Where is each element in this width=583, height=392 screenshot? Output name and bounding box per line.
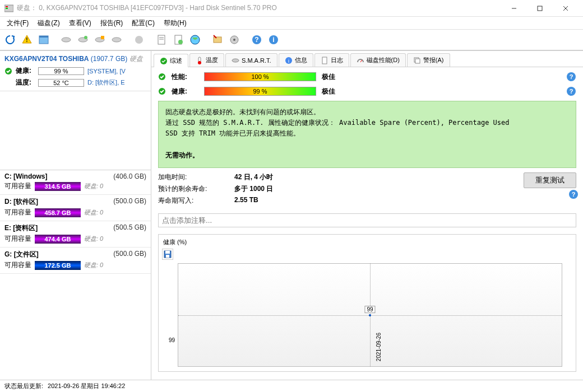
menu-config[interactable]: 配置(C) — [127, 17, 159, 29]
info-button[interactable]: i — [266, 32, 281, 48]
disk-test-1-button[interactable] — [58, 32, 74, 48]
capacity-bar: 474.4 GB — [35, 235, 81, 244]
write-value: 2.55 TB — [234, 196, 524, 206]
disk-test-2-button[interactable] — [75, 32, 91, 48]
disk-capacity: (1907.7 GB) — [91, 55, 127, 63]
disk-count: 硬盘: 0 — [84, 182, 103, 190]
summary-panel: 性能: 100 % 极佳 ? 健康: 99 % 极佳 ? 固态硬盘状态是极好的。… — [151, 67, 583, 380]
save-chart-button[interactable] — [162, 249, 173, 260]
menu-view[interactable]: 查看(V) — [64, 17, 96, 29]
record-button[interactable] — [131, 32, 147, 48]
copy-icon — [413, 57, 421, 64]
svg-rect-2 — [6, 8, 8, 9]
report-2-button[interactable] — [170, 32, 186, 48]
svg-text:?: ? — [255, 36, 258, 44]
app-icon — [4, 4, 13, 13]
check-icon — [4, 67, 12, 75]
disk-header[interactable]: KXG6APNV2T04 TOSHIBA (1907.7 GB) 硬盘 健康: … — [0, 51, 151, 91]
help-icon[interactable]: ? — [566, 72, 576, 82]
help-icon[interactable]: ? — [566, 86, 576, 96]
maximize-button[interactable] — [527, 0, 553, 17]
free-label: 可用容量 — [4, 234, 31, 244]
check-icon — [158, 87, 166, 95]
report-1-button[interactable] — [154, 32, 169, 48]
disk-test-3-button[interactable] — [92, 32, 108, 48]
partition-item[interactable]: C: [Windows](406.0 GB) 可用容量314.5 GB硬盘: 0 — [0, 170, 151, 195]
window-controls — [501, 0, 579, 17]
config-1-button[interactable] — [210, 32, 225, 48]
health-metric-row: 健康: 99 % 极佳 ? — [158, 86, 576, 96]
svg-line-39 — [360, 60, 362, 62]
close-button[interactable] — [553, 0, 579, 17]
toolbar: ! ? i — [0, 29, 583, 50]
disk-name: KXG6APNV2T04 TOSHIBA — [4, 55, 89, 63]
help-button[interactable]: ? — [249, 32, 265, 48]
right-panel: 综述 温度 S.M.A.R.T. i信息 日志 磁盘性能(D) 警报(A) 性能… — [151, 51, 583, 380]
partitions-list: C: [Windows](406.0 GB) 可用容量314.5 GB硬盘: 0… — [0, 170, 151, 274]
menu-file[interactable]: 文件(F) — [2, 17, 33, 29]
tab-temp[interactable]: 温度 — [189, 53, 224, 67]
svg-point-26 — [233, 39, 235, 41]
titlebar: 硬盘： 0, KXG6APNV2T04 TOSHIBA [41EFC097FDV… — [0, 0, 583, 17]
tab-perf[interactable]: 磁盘性能(D) — [350, 53, 406, 67]
partition-item[interactable]: D: [软件区](500.0 GB) 可用容量458.7 GB硬盘: 0 — [0, 195, 151, 221]
refresh-button[interactable] — [2, 32, 18, 48]
tabs: 综述 温度 S.M.A.R.T. i信息 日志 磁盘性能(D) 警报(A) — [151, 51, 583, 67]
partition-size: (500.0 GB) — [113, 250, 146, 259]
svg-rect-23 — [214, 37, 221, 43]
chart-point-label: 99 — [364, 306, 375, 313]
partition-name: D: [软件区] — [4, 197, 38, 207]
alert-button[interactable]: ! — [19, 32, 35, 48]
help-icon[interactable]: ? — [568, 189, 579, 199]
svg-text:i: i — [272, 36, 274, 44]
disk-hint: 硬盘 — [129, 55, 143, 63]
svg-rect-17 — [158, 35, 165, 44]
panel-button[interactable] — [36, 32, 52, 48]
globe-button[interactable] — [187, 32, 203, 48]
svg-point-35 — [232, 59, 239, 62]
partition-item[interactable]: G: [文件区](500.0 GB) 可用容量172.5 GB硬盘: 0 — [0, 248, 151, 274]
perf-gauge: 100 % — [204, 72, 316, 81]
perf-rating: 极佳 — [322, 72, 335, 82]
comment-input[interactable] — [158, 213, 576, 227]
tab-log[interactable]: 日志 — [314, 53, 349, 67]
check-icon — [158, 73, 166, 81]
disk-count: 硬盘: 0 — [84, 208, 103, 217]
retest-button[interactable]: 重复测试 — [524, 172, 576, 188]
power-value: 42 日, 4 小时 — [234, 172, 524, 182]
svg-rect-38 — [322, 57, 327, 64]
partition-name: G: [文件区] — [4, 250, 39, 259]
svg-rect-1 — [6, 6, 8, 7]
partition-size: (500.0 GB) — [113, 197, 146, 207]
config-2-button[interactable] — [226, 32, 242, 48]
menu-report[interactable]: 报告(R) — [96, 17, 128, 29]
chart-area[interactable]: 99 — [178, 263, 562, 367]
thermometer-icon — [196, 57, 203, 64]
disk-count: 硬盘: 0 — [84, 261, 103, 269]
status-value: 2021-09-26 星期日 19:46:22 — [48, 382, 125, 390]
tab-overview[interactable]: 综述 — [154, 54, 188, 67]
svg-point-21 — [178, 40, 183, 44]
status-box: 固态硬盘状态是极好的。未找到有问题的或坏扇区。 通过 SSD 规范的 S.M.A… — [158, 101, 576, 168]
chart-box: 健康 (%) 99 99 2021-09-26 — [158, 234, 576, 372]
tab-info[interactable]: i信息 — [279, 53, 313, 67]
life-label: 预计的剩余寿命: — [158, 184, 225, 194]
perf-metric-row: 性能: 100 % 极佳 ? — [158, 72, 576, 82]
status-label: 状态最后更新: — [4, 382, 43, 390]
svg-point-34 — [198, 61, 201, 64]
tab-alert[interactable]: 警报(A) — [407, 53, 450, 67]
disk-test-4-button[interactable] — [109, 32, 124, 48]
disk-tags-1: [SYSTEM], [V — [87, 68, 126, 74]
minimize-button[interactable] — [501, 0, 527, 17]
partition-item[interactable]: E: [资料区](500.5 GB) 可用容量474.4 GB硬盘: 0 — [0, 221, 151, 248]
svg-point-16 — [135, 36, 143, 44]
menu-help[interactable]: 帮助(H) — [159, 17, 191, 29]
chart-toolbar — [161, 248, 573, 261]
menubar: 文件(F) 磁盘(Z) 查看(V) 报告(R) 配置(C) 帮助(H) — [0, 17, 583, 29]
svg-rect-51 — [165, 251, 170, 254]
status-action: 无需动作。 — [165, 150, 569, 161]
tab-smart[interactable]: S.M.A.R.T. — [225, 53, 277, 67]
gauge-icon — [357, 57, 364, 64]
menu-disk[interactable]: 磁盘(Z) — [33, 17, 64, 29]
svg-point-12 — [84, 36, 87, 39]
